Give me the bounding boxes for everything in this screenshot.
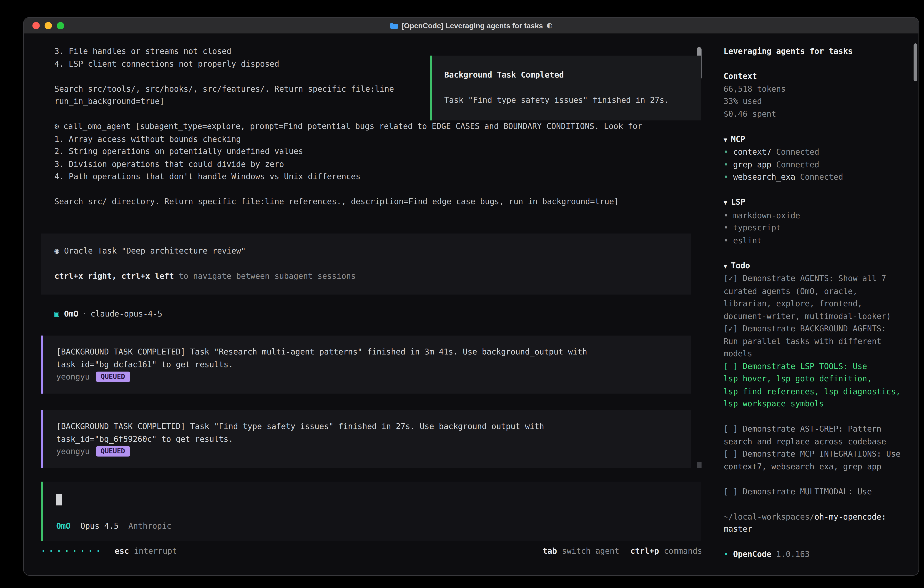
ctrl-p-key-label: commands <box>664 545 702 558</box>
todo-item: [✓] Demonstrate BACKGROUND AGENTS: Run p… <box>723 323 904 360</box>
toast-title: Background Task Completed <box>444 69 689 82</box>
tool-call-line: ⚙call_omo_agent [subagent_type=explore, … <box>54 121 702 133</box>
text-cursor <box>56 494 62 505</box>
mcp-item: • websearch_exa Connected <box>723 171 904 184</box>
mcp-item-status: Connected <box>776 147 819 157</box>
gear-icon: ⚙ <box>54 122 59 131</box>
bullet-icon: • <box>723 147 728 157</box>
agent-model: claude-opus-4-5 <box>91 309 162 318</box>
agent-name: OmO <box>64 309 78 318</box>
shortcut-hint: to navigate between subagent sessions <box>179 271 356 280</box>
composer-provider: Anthropic <box>129 521 172 530</box>
oracle-shortcut-row: ctrl+x right, ctrl+x left to navigate be… <box>54 270 678 282</box>
agent-header: ▣OmO·claude-opus-4-5 <box>54 308 162 320</box>
main-scrollbar-end-marker <box>696 462 702 468</box>
opencode-version: • OpenCode 1.0.163 <box>723 548 904 561</box>
workspace-repo: oh-my-opencode: <box>814 512 886 521</box>
tool-call-item: 4. Path operations that don't handle Win… <box>54 170 702 183</box>
close-window-button[interactable] <box>32 22 40 29</box>
sidebar: Leveraging agents for tasks Context 66,5… <box>723 45 904 561</box>
bullet-icon: • <box>723 211 728 220</box>
message-line: [BACKGROUND TASK COMPLETED] Task "Find t… <box>56 420 678 433</box>
session-title: Leveraging agents for tasks <box>723 45 904 58</box>
context-spent: $0.46 spent <box>723 108 904 120</box>
mcp-item: • grep_app Connected <box>723 159 904 171</box>
mcp-heading-label: MCP <box>731 134 745 143</box>
statusbar-right: tab switch agent ctrl+p commands <box>543 545 702 558</box>
context-used: 33% used <box>723 95 904 108</box>
progress-half-circle-icon: ◐ <box>546 21 553 29</box>
desktop: [OpenCode] Leveraging agents for tasks ◐… <box>0 0 924 588</box>
mcp-item-name: grep_app <box>733 160 771 169</box>
spinner-dots: ········ <box>41 545 104 558</box>
lsp-item-name: eslint <box>733 236 762 244</box>
message-author: yeongyu <box>56 372 89 381</box>
tool-call-tail: Search src/ directory. Return specific f… <box>54 195 702 208</box>
message-line: task_id="bg_dcfac161" to get results. <box>56 358 678 371</box>
mcp-item: • context7 Connected <box>723 146 904 159</box>
status-bar: ········ esc interrupt tab switch agent … <box>41 545 702 558</box>
context-heading: Context <box>723 70 904 83</box>
oracle-task-panel: ◉Oracle Task "Deep architecture review" … <box>41 233 691 295</box>
composer-model: Opus 4.5 <box>80 521 119 530</box>
chevron-down-icon: ▼ <box>723 263 727 269</box>
lsp-item-name: markdown-oxide <box>733 211 800 220</box>
mcp-item-name: websearch_exa <box>733 172 795 182</box>
sidebar-scrollbar[interactable] <box>914 43 917 81</box>
todo-section-heading[interactable]: ▼Todo <box>723 259 904 273</box>
lsp-heading-label: LSP <box>731 197 745 206</box>
oracle-task-title: Oracle Task "Deep architecture review" <box>64 246 246 255</box>
tab-key-hint: tab <box>543 545 557 558</box>
oracle-status-icon: ◉ <box>54 246 59 255</box>
prompt-input[interactable]: OmOOpus 4.5Anthropic <box>41 482 701 541</box>
lsp-item-name: typescript <box>733 223 781 232</box>
bullet-icon: • <box>723 160 728 169</box>
agent-icon: ▣ <box>54 309 59 318</box>
background-task-message: [BACKGROUND TASK COMPLETED] Task "Resear… <box>41 335 691 393</box>
separator-dot: · <box>82 309 87 318</box>
bullet-icon: • <box>723 172 728 182</box>
minimize-window-button[interactable] <box>45 22 52 29</box>
ctrl-p-key-hint: ctrl+p <box>630 545 659 558</box>
esc-key-hint: esc <box>115 545 129 558</box>
workspace-path: ~/local-workspaces/oh-my-opencode: maste… <box>723 511 904 536</box>
composer-meta: OmOOpus 4.5Anthropic <box>56 520 172 532</box>
chevron-down-icon: ▼ <box>723 199 727 206</box>
terminal-window: [OpenCode] Leveraging agents for tasks ◐… <box>23 17 919 576</box>
shortcut-keys: ctrl+x right, ctrl+x left <box>54 271 174 280</box>
context-tokens: 66,518 tokens <box>723 83 904 95</box>
todo-item: [ ] Demonstrate MCP INTEGRATIONS: Use co… <box>723 448 904 473</box>
todo-item-active: [ ] Demonstrate LSP TOOLS: Use lsp_hover… <box>723 360 904 410</box>
oracle-task-row: ◉Oracle Task "Deep architecture review" <box>54 245 678 258</box>
window-titlebar[interactable]: [OpenCode] Leveraging agents for tasks ◐ <box>24 18 919 34</box>
tool-call-text: call_omo_agent [subagent_type=explore, p… <box>63 122 642 131</box>
todo-item: [ ] Demonstrate MULTIMODAL: Use <box>723 486 904 498</box>
tool-call-item: 1. Array access without bounds checking <box>54 133 702 145</box>
workspace-dir: ~/local-workspaces/ <box>723 512 814 521</box>
message-line: [BACKGROUND TASK COMPLETED] Task "Resear… <box>56 346 678 358</box>
lsp-item: • markdown-oxide <box>723 210 904 222</box>
tab-key-label: switch agent <box>562 545 619 558</box>
chevron-down-icon: ▼ <box>723 136 727 143</box>
zoom-window-button[interactable] <box>57 22 64 29</box>
message-author: yeongyu <box>56 447 89 456</box>
window-title-text: [OpenCode] Leveraging agents for tasks <box>401 21 543 30</box>
todo-heading-label: Todo <box>731 261 750 270</box>
bullet-icon: • <box>723 236 728 244</box>
app-version: 1.0.163 <box>776 549 810 558</box>
traffic-lights <box>32 22 64 29</box>
tool-call-item: 2. String operations on potentially unde… <box>54 145 702 158</box>
tool-call-item: 3. Division operations that could divide… <box>54 158 702 170</box>
background-task-toast[interactable]: Background Task Completed Task "Find typ… <box>430 56 701 121</box>
transcript-blank-line <box>54 183 702 195</box>
window-title: [OpenCode] Leveraging agents for tasks ◐ <box>390 21 553 30</box>
mcp-section-heading[interactable]: ▼MCP <box>723 133 904 146</box>
lsp-section-heading[interactable]: ▼LSP <box>723 196 904 210</box>
message-line: task_id="bg_6f59260c" to get results. <box>56 433 678 446</box>
composer-agent-name: OmO <box>56 521 71 530</box>
mcp-item-status: Connected <box>800 172 843 182</box>
lsp-item: • typescript <box>723 222 904 235</box>
bullet-icon: • <box>723 549 728 558</box>
folder-icon <box>390 22 398 28</box>
esc-key-label: interrupt <box>134 545 177 558</box>
